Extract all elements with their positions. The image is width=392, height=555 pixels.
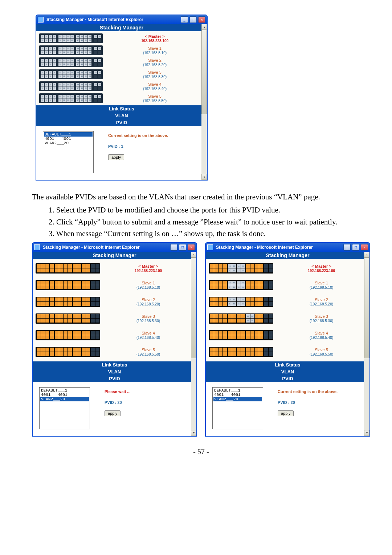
switch-row: 24681357 101214169111315 182022241719212… bbox=[39, 45, 204, 55]
scroll-down-icon[interactable]: ▾ bbox=[364, 430, 369, 436]
switch-ports[interactable]: 24681357 101214169111315 182022241719212… bbox=[39, 45, 103, 55]
switch-ports[interactable] bbox=[209, 330, 273, 340]
switch-ports[interactable]: 24681357 101214169111315 182022241719212… bbox=[39, 93, 103, 103]
close-button[interactable]: × bbox=[361, 244, 368, 251]
link-status-header[interactable]: Link Status bbox=[206, 361, 369, 368]
switch-label: Slave 3(192.168.5.30) bbox=[276, 314, 367, 323]
switch-label: Slave 1(192.168.5.10) bbox=[103, 281, 193, 289]
switch-ports[interactable]: 24681357 101214169111315 182022241719212… bbox=[39, 57, 103, 67]
apply-button[interactable]: apply bbox=[105, 410, 121, 416]
vlan-header[interactable]: VLAN bbox=[33, 368, 196, 375]
pvid-header[interactable]: PVID bbox=[33, 375, 196, 382]
switch-row: Slave 3(192.168.5.30) bbox=[36, 311, 193, 326]
minimize-button[interactable]: _ bbox=[170, 244, 177, 251]
maximize-button[interactable]: □ bbox=[189, 16, 197, 23]
scroll-up-icon[interactable]: ▴ bbox=[364, 252, 369, 258]
vlan-listbox[interactable]: DEFAULT___1 4091___4091 VLAN2___20 bbox=[212, 387, 263, 429]
list-item[interactable]: 4091___4091 bbox=[213, 393, 262, 397]
switch-ports[interactable]: 18201719 bbox=[209, 313, 273, 324]
switch-row: 101214169111315 Slave 1(192.168.5.10) bbox=[209, 278, 367, 292]
pvid-header[interactable]: PVID bbox=[36, 119, 207, 126]
scroll-thumb[interactable] bbox=[201, 30, 207, 114]
list-item[interactable]: DEFAULT___1 bbox=[40, 388, 89, 393]
scrollbar[interactable]: ▴ ▾ bbox=[201, 24, 207, 180]
switch-label: < Master >192.168.223.100 bbox=[106, 34, 204, 43]
link-status-header[interactable]: Link Status bbox=[33, 361, 196, 368]
step-3: 3. When message “Current setting is on …… bbox=[49, 228, 370, 239]
switch-row: 24681357 101214169111315 182022241719212… bbox=[39, 33, 204, 43]
vlan-header[interactable]: VLAN bbox=[36, 112, 207, 119]
apply-button[interactable]: apply bbox=[278, 410, 294, 416]
pvid-label: PVID : 20 bbox=[278, 400, 338, 405]
switch-ports[interactable]: 24681357 101214169111315 182022241719212… bbox=[39, 33, 103, 43]
vlan-listbox[interactable]: DEFAULT___1 4091___4091 VLAN2___20 bbox=[43, 131, 94, 173]
status-text: Please wait ... bbox=[105, 389, 131, 394]
switch-row: Slave 2(192.168.5.20) bbox=[36, 295, 193, 309]
switch-label: Slave 2(192.168.5.20) bbox=[106, 58, 204, 67]
switch-ports[interactable]: 101214169111315 bbox=[209, 280, 273, 290]
scroll-track[interactable] bbox=[201, 30, 207, 174]
switch-ports[interactable]: 24681357 101214169111315 182022241719212… bbox=[39, 69, 103, 79]
switch-label: Slave 5(192.168.5.50) bbox=[106, 94, 204, 103]
switch-row: Slave 4(192.168.5.40) bbox=[36, 328, 193, 343]
scrollbar[interactable]: ▴ ▾ bbox=[364, 252, 369, 436]
list-item[interactable]: DEFAULT___1 bbox=[44, 132, 93, 137]
scroll-track[interactable] bbox=[191, 258, 196, 430]
link-status-header[interactable]: Link Status bbox=[36, 105, 207, 112]
switch-label: Slave 5(192.168.5.50) bbox=[103, 348, 193, 356]
minimize-button[interactable]: _ bbox=[343, 244, 351, 251]
list-item[interactable]: VLAN2___20 bbox=[40, 397, 89, 401]
scroll-down-icon[interactable]: ▾ bbox=[191, 430, 196, 436]
scroll-up-icon[interactable]: ▴ bbox=[201, 24, 207, 30]
switch-ports[interactable] bbox=[36, 280, 100, 290]
switch-ports[interactable] bbox=[36, 263, 100, 274]
scroll-track[interactable] bbox=[364, 258, 369, 430]
list-item[interactable]: 4091___4091 bbox=[44, 137, 93, 141]
list-item[interactable]: 4091___4091 bbox=[40, 393, 89, 397]
ie-icon bbox=[34, 244, 40, 250]
switch-row: 24681357 101214169111315 182022241719212… bbox=[39, 81, 204, 91]
pvid-label: PVID : 1 bbox=[108, 144, 168, 149]
maximize-button[interactable]: □ bbox=[352, 244, 359, 251]
window-title: Stacking Manager - Microsoft Internet Ex… bbox=[216, 245, 342, 250]
scroll-down-icon[interactable]: ▾ bbox=[201, 174, 207, 180]
scroll-up-icon[interactable]: ▴ bbox=[191, 252, 196, 258]
pvid-body: DEFAULT___1 4091___4091 VLAN2___20 Curre… bbox=[206, 382, 369, 436]
switch-ports[interactable]: 101214169111315 bbox=[209, 297, 273, 307]
stacking-header: Stacking Manager bbox=[206, 252, 369, 259]
maximize-button[interactable]: □ bbox=[179, 244, 186, 251]
close-button[interactable]: × bbox=[188, 244, 195, 251]
pvid-right: Please wait ... PVID : 20 apply bbox=[105, 387, 131, 416]
status-text: Current setting is on the above. bbox=[108, 133, 168, 138]
stacking-header: Stacking Manager bbox=[36, 24, 207, 31]
switch-ports[interactable] bbox=[36, 297, 100, 307]
switch-ports[interactable] bbox=[36, 330, 100, 340]
scrollbar[interactable]: ▴ ▾ bbox=[191, 252, 196, 436]
status-text: Current setting is on the above. bbox=[278, 389, 338, 394]
stacking-list: < Master >192.168.223.100 Slave 1(192.16… bbox=[33, 259, 196, 361]
switch-row: Slave 5(192.168.5.50) bbox=[36, 345, 193, 359]
intro-text: The available PVIDs are based on the VLA… bbox=[32, 191, 370, 202]
apply-button[interactable]: apply bbox=[108, 154, 124, 160]
switch-row: Slave 4(192.168.5.40) bbox=[209, 328, 367, 343]
switch-ports[interactable] bbox=[209, 347, 273, 357]
list-item[interactable]: DEFAULT___1 bbox=[213, 388, 262, 393]
switch-ports[interactable]: 101214169111315 bbox=[209, 263, 273, 274]
switch-label: Slave 2(192.168.5.20) bbox=[276, 297, 367, 306]
scroll-thumb[interactable] bbox=[191, 258, 196, 358]
switch-ports[interactable] bbox=[36, 313, 100, 324]
list-item[interactable]: VLAN2___20 bbox=[213, 397, 262, 401]
switch-row: Slave 5(192.168.5.50) bbox=[209, 345, 367, 359]
list-item[interactable]: VLAN2___20 bbox=[44, 141, 93, 145]
vlan-listbox[interactable]: DEFAULT___1 4091___4091 VLAN2___20 bbox=[39, 387, 90, 429]
pvid-right: Current setting is on the above. PVID : … bbox=[278, 387, 338, 416]
scroll-thumb[interactable] bbox=[364, 258, 369, 358]
pvid-header[interactable]: PVID bbox=[206, 375, 369, 382]
switch-row: < Master >192.168.223.100 bbox=[36, 261, 193, 276]
vlan-header[interactable]: VLAN bbox=[206, 368, 369, 375]
close-button[interactable]: × bbox=[198, 16, 205, 23]
window-stacking-left: Stacking Manager - Microsoft Internet Ex… bbox=[32, 242, 197, 437]
switch-ports[interactable] bbox=[36, 347, 100, 357]
minimize-button[interactable]: _ bbox=[181, 16, 188, 23]
switch-ports[interactable]: 24681357 101214169111315 182022241719212… bbox=[39, 81, 103, 91]
